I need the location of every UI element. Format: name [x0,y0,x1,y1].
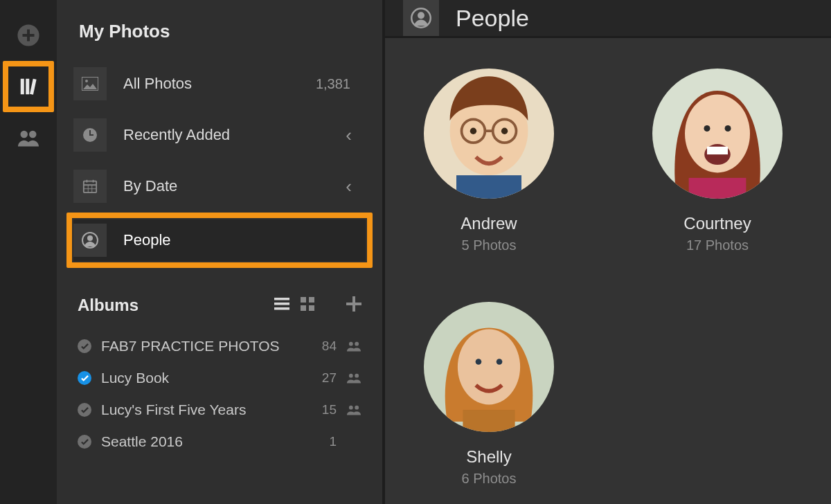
sync-status-icon [78,371,91,385]
library-button[interactable] [11,69,46,104]
svg-point-35 [349,406,353,410]
add-button[interactable] [11,18,46,53]
avatar [424,302,554,432]
nav-label: All Photos [123,75,316,93]
nav-label: By Date [123,177,346,195]
person-count: 17 Photos [686,237,749,253]
svg-rect-27 [301,305,306,311]
album-name: Seattle 2016 [101,433,310,450]
nav-label: People [123,231,356,249]
svg-rect-52 [707,147,728,154]
album-row[interactable]: Lucy's First Five Years 15 [73,394,366,426]
svg-rect-30 [346,303,361,305]
album-count: 27 [310,370,337,386]
svg-point-6 [21,131,28,138]
page-title: People [456,5,529,32]
album-row[interactable]: FAB7 PRACTICE PHOTOS 84 [73,330,366,362]
person-name: Shelly [466,447,511,467]
album-name: Lucy Book [101,370,310,386]
album-row[interactable]: Seattle 2016 1 [73,426,366,458]
shared-icon [346,341,361,352]
svg-rect-2 [23,34,35,37]
person-card-shelly[interactable]: Shelly 6 Photos [420,302,558,487]
avatar [424,69,554,199]
svg-point-56 [476,359,482,365]
person-count: 5 Photos [462,237,517,253]
people-rail-button[interactable] [11,120,46,155]
svg-rect-24 [274,307,289,310]
person-count: 6 Photos [462,471,517,487]
svg-point-33 [349,374,353,378]
clock-icon [73,118,107,152]
person-name: Courtney [683,214,751,233]
svg-rect-13 [84,181,96,193]
sidebar-title: My Photos [79,21,366,42]
svg-point-32 [355,342,359,346]
album-count: 15 [310,402,337,417]
svg-rect-22 [274,298,289,300]
svg-point-55 [458,329,520,404]
album-name: Lucy's First Five Years [101,402,310,418]
svg-rect-23 [274,303,289,305]
sidebar: My Photos All Photos 1,381 Recently Adde… [57,0,385,504]
svg-rect-26 [309,297,314,303]
svg-rect-5 [30,79,37,95]
person-icon [73,224,107,257]
album-name: FAB7 PRACTICE PHOTOS [101,338,310,354]
avatar [652,69,783,199]
sidebar-item-all-photos[interactable]: All Photos 1,381 [73,63,366,105]
album-row[interactable]: Lucy Book 27 [73,362,366,394]
sidebar-item-people[interactable]: People [73,219,366,261]
svg-rect-58 [463,410,515,432]
list-view-icon[interactable] [274,297,289,314]
sync-status-icon [78,403,91,417]
shared-icon [346,372,361,384]
svg-rect-28 [309,305,314,311]
svg-point-49 [704,125,710,132]
svg-point-31 [349,342,353,346]
svg-point-45 [501,128,508,134]
main-content: People Andrew [385,0,831,504]
add-album-icon[interactable] [346,296,361,314]
chevron-left-icon: ‹ [346,125,356,146]
svg-point-9 [85,80,88,82]
svg-point-21 [87,235,93,241]
main-header: People [385,0,831,38]
chevron-left-icon: ‹ [346,176,356,197]
person-icon [403,0,439,36]
person-card-courtney[interactable]: Courtney 17 Photos [648,69,787,253]
svg-rect-12 [89,134,93,136]
shared-icon [346,404,361,415]
photos-icon [73,67,107,100]
people-grid: Andrew 5 Photos Courtney 17 Ph [385,38,831,504]
album-count: 84 [310,339,337,354]
grid-view-icon[interactable] [301,297,314,314]
svg-point-50 [725,125,731,132]
svg-rect-53 [689,178,747,199]
album-count: 1 [310,434,337,449]
svg-rect-3 [21,79,24,95]
person-name: Andrew [461,214,517,233]
calendar-icon [73,170,107,203]
albums-section: Albums FAB7 PRACTICE PHOTOS [73,296,366,458]
svg-point-7 [29,131,37,138]
svg-point-57 [497,359,503,365]
svg-point-34 [355,374,359,378]
sync-status-icon [78,435,91,449]
nav-rail [0,0,57,504]
svg-point-38 [418,12,425,19]
nav-label: Recently Added [123,126,346,144]
person-card-andrew[interactable]: Andrew 5 Photos [420,69,558,253]
nav-count: 1,381 [316,76,356,92]
svg-point-44 [470,128,476,134]
sidebar-item-recently-added[interactable]: Recently Added ‹ [73,114,366,156]
svg-rect-4 [26,79,29,95]
sync-status-icon [78,339,91,353]
albums-title: Albums [78,296,274,315]
svg-rect-46 [456,175,521,199]
svg-point-36 [355,406,359,410]
sidebar-item-by-date[interactable]: By Date ‹ [73,165,366,207]
svg-rect-25 [301,297,306,303]
